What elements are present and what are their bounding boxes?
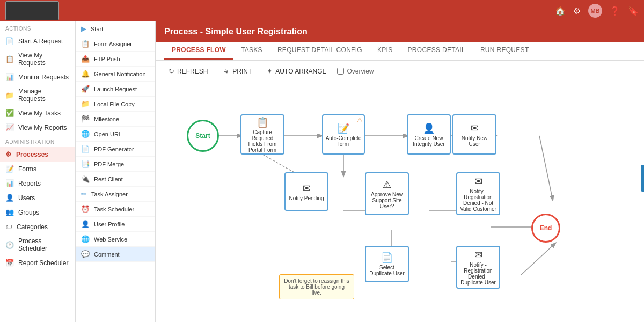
tab-process-detail[interactable]: PROCESS DETAIL: [400, 42, 473, 60]
dropdown-item-task-assigner[interactable]: ✏ Task Assigner: [76, 187, 155, 202]
flow-node-notify-new[interactable]: ✉ Notify New User: [452, 114, 496, 155]
home-icon[interactable]: 🏠: [555, 6, 566, 16]
sidebar-item-label: Monitor Requests: [18, 74, 69, 81]
print-button[interactable]: 🖨 PRINT: [218, 65, 256, 77]
sidebar-item-categories[interactable]: 🏷 Categories: [0, 219, 75, 234]
right-scroll-indicator: [641, 165, 644, 192]
notify-denied-duplicate-label: Notify - Registration Denied - Duplicate…: [459, 262, 497, 286]
refresh-button[interactable]: ↻ REFRESH: [164, 65, 212, 77]
svg-line-11: [521, 243, 555, 275]
dropdown-item-pdf-merge[interactable]: 📑 PDF Merge: [76, 157, 155, 172]
tab-process-flow[interactable]: PROCESS FLOW: [164, 42, 233, 60]
sidebar-item-monitor-requests[interactable]: 📊 Monitor Requests: [0, 70, 75, 84]
flow-node-create-integrity[interactable]: 👤 Create New Integrity User: [407, 114, 451, 155]
notify-pending-label: Notify Pending: [289, 195, 324, 201]
dropdown-item-general-notification[interactable]: 🔔 General Notification: [76, 67, 155, 82]
user-profile-icon: 👤: [81, 220, 90, 228]
tab-run-request[interactable]: RUN REQUEST: [473, 42, 537, 60]
dropdown-item-label: Form Assigner: [94, 41, 132, 47]
sidebar-item-manage-requests[interactable]: 📁 Manage Requests: [0, 84, 75, 106]
dropdown-item-web-service[interactable]: 🌐 Web Service: [76, 232, 155, 247]
capture-icon: 📋: [257, 116, 268, 128]
overview-check[interactable]: [337, 68, 344, 75]
select-duplicate-icon: 📄: [381, 252, 393, 264]
sidebar-item-label: Groups: [18, 209, 39, 216]
auto-arrange-button[interactable]: ✦ AUTO ARRANGE: [262, 65, 331, 77]
dropdown-item-label: FTP Push: [94, 56, 120, 62]
dropdown-item-label: PDF Generator: [94, 146, 134, 152]
tab-kpis[interactable]: KPIS: [370, 42, 400, 60]
dropdown-item-label: Rest Client: [94, 176, 123, 182]
sidebar-item-label: Processes: [16, 151, 48, 158]
dropdown-item-local-file-copy[interactable]: 📁 Local File Copy: [76, 97, 155, 112]
sidebar-item-users[interactable]: 👤 Users: [0, 191, 75, 205]
flow-node-end[interactable]: End: [531, 214, 560, 243]
svg-line-4: [539, 136, 553, 200]
flow-node-approve-support[interactable]: ⚠ Approve New Support Site User?: [365, 172, 409, 215]
dropdown-item-task-scheduler[interactable]: ⏰ Task Scheduler: [76, 202, 155, 217]
flow-node-notify-denied-customer[interactable]: ✉ Notify - Registration Denied - Not Val…: [456, 172, 500, 215]
sidebar-item-groups[interactable]: 👥 Groups: [0, 205, 75, 219]
overview-label: Overview: [347, 68, 374, 75]
local-file-copy-icon: 📁: [81, 100, 90, 108]
dropdown-item-milestone[interactable]: 🏁 Milestone: [76, 112, 155, 127]
flow-note: Don't forget to reassign this task to Bi…: [279, 274, 354, 299]
top-bar-icons: 🏠 ⚙ MB ❓ 🔖: [555, 4, 639, 18]
dropdown-item-launch-request[interactable]: 🚀 Launch Request: [76, 82, 155, 97]
tab-request-detail-config[interactable]: REQUEST DETAIL CONFIG: [270, 42, 370, 60]
user-avatar[interactable]: MB: [588, 4, 602, 18]
create-integrity-icon: 👤: [423, 122, 435, 134]
dropdown-item-user-profile[interactable]: 👤 User Profile: [76, 217, 155, 232]
overview-checkbox[interactable]: Overview: [337, 68, 374, 75]
dropdown-item-open-url[interactable]: 🌐 Open URL: [76, 127, 155, 142]
print-icon: 🖨: [223, 67, 230, 75]
end-label: End: [540, 224, 552, 232]
ftp-push-icon: 📤: [81, 55, 90, 63]
flow-node-notify-pending[interactable]: ✉ Notify Pending: [284, 172, 328, 211]
tasks-icon: ✅: [5, 109, 14, 117]
dropdown-item-pdf-generator[interactable]: 📄 PDF Generator: [76, 142, 155, 157]
forms-icon: 📝: [5, 165, 14, 173]
flow-node-select-duplicate[interactable]: 📄 Select Duplicate User: [365, 246, 409, 282]
sidebar-item-view-my-requests[interactable]: 📋 View My Requests: [0, 48, 75, 70]
sidebar-item-label: View My Requests: [18, 52, 69, 67]
sidebar-item-reports[interactable]: 📊 Reports: [0, 176, 75, 191]
sidebar-item-start-request[interactable]: 📄 Start A Request: [0, 34, 75, 48]
content-area: Process - Simple User Registration PROCE…: [156, 21, 644, 322]
dropdown-item-ftp-push[interactable]: 📤 FTP Push: [76, 52, 155, 67]
sidebar-item-process-scheduler[interactable]: 🕐 Process Scheduler: [0, 234, 75, 255]
dropdown-item-start[interactable]: ▶ Start: [76, 21, 155, 36]
sidebar-item-forms[interactable]: 📝 Forms: [0, 162, 75, 176]
sidebar-item-report-scheduler[interactable]: 📅 Report Scheduler: [0, 255, 75, 270]
view-requests-icon: 📋: [5, 55, 14, 63]
sidebar-item-processes[interactable]: ⚙ Processes: [0, 147, 75, 162]
processes-icon: ⚙: [5, 150, 12, 158]
dropdown-item-form-assigner[interactable]: 📋 Form Assigner: [76, 36, 155, 52]
help-icon[interactable]: ❓: [610, 6, 620, 16]
dropdown-panel: ▶ Start 📋 Form Assigner 📤 FTP Push 🔔 Gen…: [75, 21, 156, 322]
process-scheduler-icon: 🕐: [5, 241, 14, 249]
web-service-icon: 🌐: [81, 235, 90, 243]
sidebar-item-view-my-reports[interactable]: 📈 View My Reports: [0, 120, 75, 135]
flow-node-capture[interactable]: 📋 Capture Required Fields From Portal Fo…: [240, 114, 284, 155]
auto-arrange-label: AUTO ARRANGE: [275, 68, 326, 75]
tabs-bar: PROCESS FLOW TASKS REQUEST DETAIL CONFIG…: [156, 42, 644, 61]
top-bar: 🏠 ⚙ MB ❓ 🔖: [0, 0, 644, 21]
flow-node-autocomplete[interactable]: 📝 ⚠ Auto-Complete form: [322, 114, 365, 155]
dropdown-item-label: Task Scheduler: [94, 206, 134, 213]
sidebar-item-view-my-tasks[interactable]: ✅ View My Tasks: [0, 106, 75, 120]
dropdown-item-label: Launch Request: [94, 86, 137, 92]
tab-tasks[interactable]: TASKS: [233, 42, 270, 60]
dropdown-item-comment[interactable]: 💬 Comment: [76, 247, 155, 262]
flow-note-text: Don't forget to reassign this task to Bi…: [284, 278, 349, 296]
flow-node-start[interactable]: Start: [187, 120, 219, 152]
flow-node-notify-denied-duplicate[interactable]: ✉ Notify - Registration Denied - Duplica…: [456, 246, 500, 289]
report-scheduler-icon: 📅: [5, 259, 14, 267]
flow-canvas[interactable]: Start 📋 Capture Required Fields From Por…: [156, 82, 644, 322]
task-scheduler-icon: ⏰: [81, 205, 90, 213]
dropdown-item-label: Open URL: [94, 131, 122, 137]
auto-arrange-icon: ✦: [267, 67, 273, 75]
dropdown-item-rest-client[interactable]: 🔌 Rest Client: [76, 172, 155, 187]
bookmark-icon[interactable]: 🔖: [628, 6, 639, 16]
settings-icon[interactable]: ⚙: [573, 6, 581, 16]
